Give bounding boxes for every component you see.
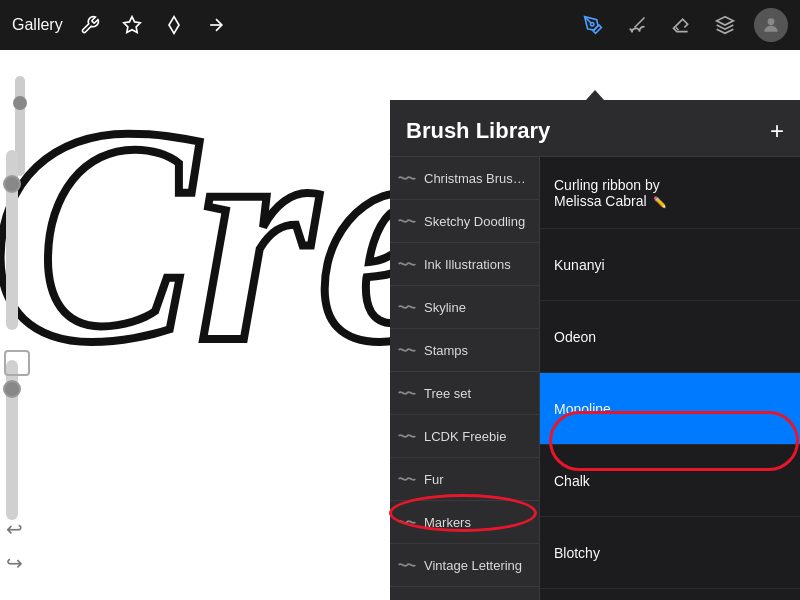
brush-item-blotchy[interactable]: Blotchy (540, 517, 800, 589)
brush-name: Chalk (554, 473, 590, 489)
canvas-area[interactable]: Cre ↩ ↪ Brush Library + Christmas Brushe… (0, 50, 800, 600)
category-icon-fur (396, 468, 418, 490)
gallery-button[interactable]: Gallery (12, 16, 63, 34)
wrench-icon[interactable] (75, 10, 105, 40)
category-item-grid[interactable]: Grid Builder (390, 587, 539, 600)
category-icon-markers (396, 511, 418, 533)
add-brush-button[interactable]: + (770, 119, 784, 143)
magic-icon[interactable] (117, 10, 147, 40)
category-item-treeset[interactable]: Tree set (390, 372, 539, 415)
category-label-markers: Markers (424, 515, 471, 530)
avatar-icon[interactable] (754, 8, 788, 42)
category-item-fur[interactable]: Fur (390, 458, 539, 501)
svg-point-2 (591, 23, 594, 26)
brush-item-curling-ribbon-by-melissa-cabral[interactable]: Curling ribbon by Melissa Cabral✏️ (540, 157, 800, 229)
category-label-ink: Ink Illustrations (424, 257, 511, 272)
category-icon-sketchy (396, 210, 418, 232)
category-label-lcdk: LCDK Freebie (424, 429, 506, 444)
category-label-christmas: Christmas Brushes (424, 171, 529, 186)
undo-button[interactable]: ↩ (6, 517, 23, 541)
layers-tool-icon[interactable] (710, 10, 740, 40)
brush-stroke-preview (626, 390, 786, 428)
category-label-sketchy: Sketchy Doodling (424, 214, 525, 229)
brush-panel-body: Christmas BrushesSketchy DoodlingInk Ill… (390, 157, 800, 600)
size-slider[interactable] (6, 360, 18, 520)
brush-panel-header: Brush Library + (390, 100, 800, 157)
category-label-treeset: Tree set (424, 386, 471, 401)
category-item-christmas[interactable]: Christmas Brushes (390, 157, 539, 200)
brush-item-odeon[interactable]: Odeon (540, 301, 800, 373)
toolbar-left: Gallery (12, 10, 231, 40)
brush-item-kunanyi[interactable]: Kunanyi (540, 229, 800, 301)
canvas-lettering: Cre (0, 80, 455, 390)
category-item-lcdk[interactable]: LCDK Freebie (390, 415, 539, 458)
toolbar-right (578, 8, 788, 42)
brush-panel-title: Brush Library (406, 118, 550, 144)
redo-button[interactable]: ↪ (6, 551, 23, 575)
brush-name: Kunanyi (554, 257, 605, 273)
category-icon-stamps (396, 339, 418, 361)
category-icon-treeset (396, 382, 418, 404)
undo-redo-area: ↩ ↪ (6, 517, 23, 575)
eraser-tool-icon[interactable] (666, 10, 696, 40)
top-toolbar: Gallery (0, 0, 800, 50)
pen-tool-icon[interactable] (578, 10, 608, 40)
category-item-vintage[interactable]: Vintage Lettering (390, 544, 539, 587)
category-icon-skyline (396, 296, 418, 318)
brush-name: Monoline (554, 401, 611, 417)
square-button[interactable] (4, 350, 30, 376)
brush-name: Blotchy (554, 545, 600, 561)
category-icon-christmas (396, 167, 418, 189)
brush-item-chalk[interactable]: Chalk (540, 445, 800, 517)
undo-button[interactable] (6, 112, 34, 140)
category-item-ink[interactable]: Ink Illustrations (390, 243, 539, 286)
arrow-icon[interactable] (201, 10, 231, 40)
edit-icon[interactable]: ✏️ (653, 196, 667, 208)
svg-point-4 (768, 18, 775, 25)
brush-stroke-preview (626, 462, 786, 500)
category-item-stamps[interactable]: Stamps (390, 329, 539, 372)
opacity-slider[interactable] (6, 150, 18, 330)
brush-item-monoline[interactable]: Monoline (540, 373, 800, 445)
category-icon-vintage (396, 554, 418, 576)
category-icon-ink (396, 253, 418, 275)
category-label-skyline: Skyline (424, 300, 466, 315)
brush-tool-icon[interactable] (622, 10, 652, 40)
category-label-fur: Fur (424, 472, 444, 487)
brush-name: Curling ribbon by Melissa Cabral✏️ (554, 177, 689, 209)
brush-stroke-preview (689, 174, 786, 212)
s-icon[interactable] (159, 10, 189, 40)
brush-name: Odeon (554, 329, 596, 345)
brush-stroke-preview (626, 246, 786, 284)
svg-marker-3 (717, 17, 734, 25)
brush-list: Curling ribbon by Melissa Cabral✏️Kunany… (540, 157, 800, 600)
category-label-vintage: Vintage Lettering (424, 558, 522, 573)
svg-marker-0 (123, 17, 140, 33)
category-item-markers[interactable]: Markers (390, 501, 539, 544)
category-item-sketchy[interactable]: Sketchy Doodling (390, 200, 539, 243)
brush-item-streaks[interactable]: Streaks (540, 589, 800, 600)
category-item-skyline[interactable]: Skyline (390, 286, 539, 329)
brush-stroke-preview (626, 534, 786, 572)
panel-caret (586, 90, 604, 100)
category-list: Christmas BrushesSketchy DoodlingInk Ill… (390, 157, 540, 600)
brush-library-panel: Brush Library + Christmas BrushesSketchy… (390, 100, 800, 600)
brush-stroke-preview (626, 318, 786, 356)
category-icon-lcdk (396, 425, 418, 447)
category-label-stamps: Stamps (424, 343, 468, 358)
